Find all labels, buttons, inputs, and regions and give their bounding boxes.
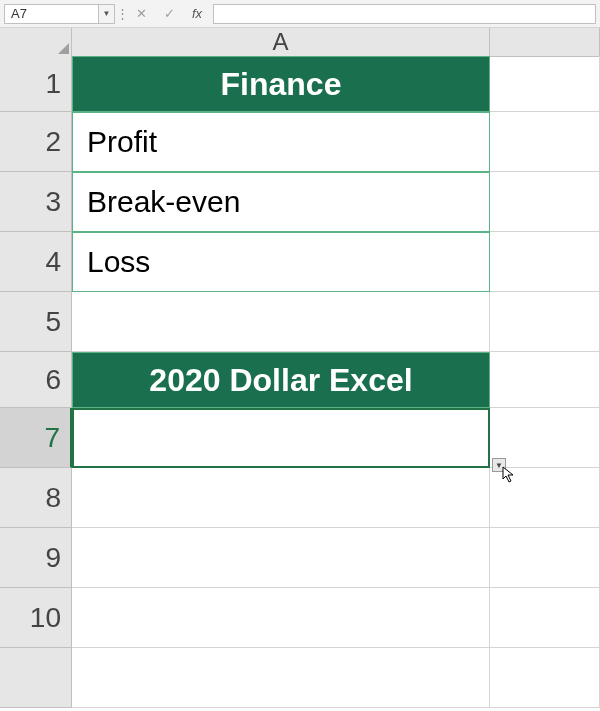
cell-B8[interactable]: [490, 468, 600, 528]
cell-A8[interactable]: [72, 468, 490, 528]
cell-A7[interactable]: ▼: [72, 408, 490, 468]
cell-B3[interactable]: [490, 172, 600, 232]
cell-A9[interactable]: [72, 528, 490, 588]
row-header-3[interactable]: 3: [0, 172, 72, 232]
cell-B1[interactable]: [490, 56, 600, 112]
cell-B10[interactable]: [490, 588, 600, 648]
column-header-A[interactable]: A: [72, 28, 490, 57]
select-all-corner[interactable]: [0, 28, 72, 57]
spreadsheet-grid: A 1 Finance 2 Profit 3 Break-even 4 Loss…: [0, 28, 600, 708]
cell-B2[interactable]: [490, 112, 600, 172]
name-box[interactable]: [4, 4, 99, 24]
row-header-9[interactable]: 9: [0, 528, 72, 588]
cell-B11[interactable]: [490, 648, 600, 708]
formula-input[interactable]: [213, 4, 596, 24]
row-header-5[interactable]: 5: [0, 292, 72, 352]
cell-A1[interactable]: Finance: [72, 56, 490, 112]
cell-B5[interactable]: [490, 292, 600, 352]
row-header-6[interactable]: 6: [0, 352, 72, 408]
row-header-4[interactable]: 4: [0, 232, 72, 292]
column-header-next[interactable]: [490, 28, 600, 57]
row-header-2[interactable]: 2: [0, 112, 72, 172]
cell-B6[interactable]: [490, 352, 600, 408]
row-header-11[interactable]: [0, 648, 72, 708]
formula-bar-separator: ⋮: [119, 4, 125, 24]
row-header-1[interactable]: 1: [0, 56, 72, 112]
cell-B4[interactable]: [490, 232, 600, 292]
row-header-8[interactable]: 8: [0, 468, 72, 528]
cell-A4[interactable]: Loss: [72, 232, 490, 292]
enter-icon[interactable]: ✓: [157, 4, 181, 24]
formula-bar: ▼ ⋮ ✕ ✓ fx: [0, 0, 600, 28]
name-box-dropdown-icon[interactable]: ▼: [99, 4, 115, 24]
cell-A2[interactable]: Profit: [72, 112, 490, 172]
cancel-icon[interactable]: ✕: [129, 4, 153, 24]
column-headers-row: A: [0, 28, 600, 56]
cell-A6[interactable]: 2020 Dollar Excel: [72, 352, 490, 408]
cell-B9[interactable]: [490, 528, 600, 588]
cell-A5[interactable]: [72, 292, 490, 352]
row-header-10[interactable]: 10: [0, 588, 72, 648]
cell-A3[interactable]: Break-even: [72, 172, 490, 232]
cell-A11[interactable]: [72, 648, 490, 708]
name-box-container: ▼: [4, 4, 115, 24]
fx-icon[interactable]: fx: [185, 4, 209, 24]
data-validation-dropdown-icon[interactable]: ▼: [492, 458, 506, 472]
row-header-7[interactable]: 7: [0, 408, 72, 468]
cell-B7[interactable]: [490, 408, 600, 468]
cell-A10[interactable]: [72, 588, 490, 648]
cells-grid: 1 Finance 2 Profit 3 Break-even 4 Loss 5…: [0, 56, 600, 708]
